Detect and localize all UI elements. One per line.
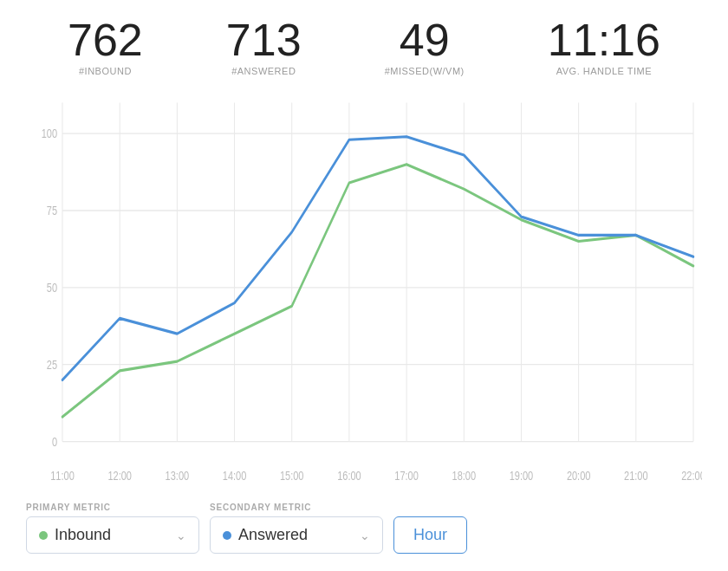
stat-avg-handle: 11:16 AVG. HANDLE TIME	[548, 17, 660, 76]
svg-text:17:00: 17:00	[394, 470, 419, 483]
stat-inbound: 762 #INBOUND	[68, 17, 143, 76]
inbound-value: 762	[68, 17, 143, 62]
secondary-metric-label: SECONDARY METRIC	[210, 503, 383, 512]
secondary-metric-value: Answered	[238, 526, 308, 544]
svg-text:22:00: 22:00	[681, 470, 702, 483]
primary-metric-value: Inbound	[55, 526, 111, 544]
svg-text:15:00: 15:00	[280, 470, 304, 483]
answered-value: 713	[226, 17, 302, 62]
svg-text:0: 0	[52, 435, 57, 449]
secondary-chevron-icon: ⌄	[360, 529, 370, 542]
primary-metric-label: PRIMARY METRIC	[26, 503, 199, 512]
avg-handle-value: 11:16	[548, 17, 660, 62]
controls-row: PRIMARY METRIC Inbound ⌄ SECONDARY METRI…	[26, 503, 702, 554]
primary-metric-group: PRIMARY METRIC Inbound ⌄	[26, 503, 199, 554]
svg-text:12:00: 12:00	[107, 470, 132, 483]
inbound-label: #INBOUND	[79, 66, 132, 76]
answered-label: #ANSWERED	[231, 66, 296, 76]
secondary-metric-group: SECONDARY METRIC Answered ⌄	[210, 503, 383, 554]
svg-text:16:00: 16:00	[337, 470, 361, 483]
hour-button[interactable]: Hour	[393, 516, 467, 554]
svg-text:100: 100	[42, 127, 57, 141]
missed-label: #MISSED(W/VM)	[385, 66, 465, 76]
chart-container: 025507510011:0012:0013:0014:0015:0016:00…	[26, 92, 702, 485]
stat-missed: 49 #MISSED(W/VM)	[385, 17, 465, 76]
svg-text:14:00: 14:00	[223, 470, 247, 483]
secondary-dot	[223, 531, 231, 540]
avg-handle-label: AVG. HANDLE TIME	[556, 66, 652, 76]
svg-text:75: 75	[47, 204, 57, 218]
svg-text:19:00: 19:00	[510, 470, 534, 483]
secondary-metric-dropdown[interactable]: Answered ⌄	[210, 516, 383, 554]
primary-chevron-icon: ⌄	[176, 529, 186, 542]
svg-text:25: 25	[47, 359, 57, 373]
primary-metric-dropdown[interactable]: Inbound ⌄	[26, 516, 199, 554]
stat-answered: 713 #ANSWERED	[226, 17, 302, 76]
svg-text:13:00: 13:00	[166, 470, 190, 483]
svg-text:11:00: 11:00	[50, 470, 75, 483]
svg-text:18:00: 18:00	[452, 470, 477, 483]
line-chart: 025507510011:0012:0013:0014:0015:0016:00…	[26, 92, 702, 485]
svg-text:50: 50	[47, 282, 57, 295]
primary-dot	[39, 531, 48, 540]
svg-text:21:00: 21:00	[624, 470, 648, 483]
missed-value: 49	[400, 17, 450, 62]
svg-text:20:00: 20:00	[567, 470, 591, 483]
stats-row: 762 #INBOUND 713 #ANSWERED 49 #MISSED(W/…	[26, 17, 702, 76]
